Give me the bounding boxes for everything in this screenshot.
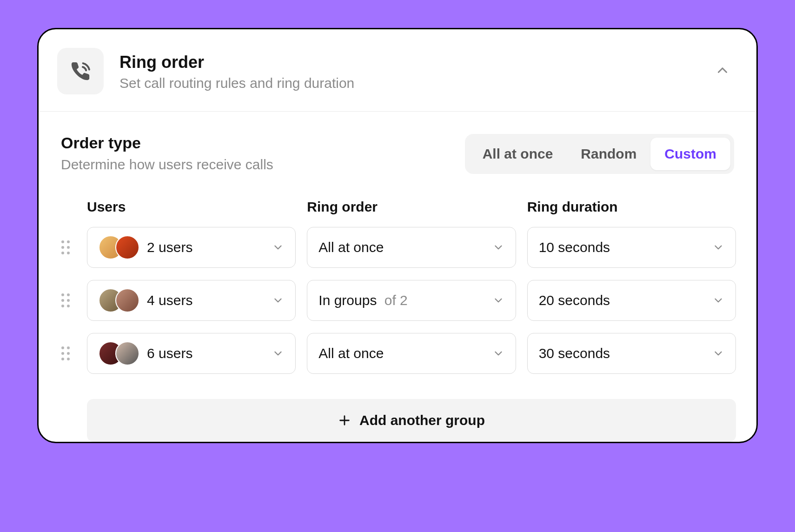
- avatar: [115, 288, 139, 313]
- order-type-subtitle: Determine how users receive calls: [61, 157, 273, 173]
- users-label: 6 users: [147, 346, 272, 361]
- order-type-title: Order type: [61, 134, 273, 152]
- avatar: [115, 341, 139, 366]
- drag-handle-icon[interactable]: [59, 344, 72, 363]
- ring-duration-select[interactable]: 30 seconds: [527, 333, 736, 374]
- chevron-down-icon: [492, 347, 504, 359]
- ring-order-card: Ring order Set call routing rules and ri…: [37, 28, 758, 443]
- chevron-down-icon: [492, 241, 504, 253]
- ring-order-label: All at once: [318, 239, 492, 255]
- header-subtitle: Set call routing rules and ring duration: [119, 75, 715, 91]
- plus-icon: [338, 414, 351, 427]
- avatar-group: [99, 341, 139, 366]
- ring-order-select[interactable]: All at once: [307, 333, 516, 374]
- chevron-down-icon: [712, 241, 724, 253]
- chevron-down-icon: [712, 294, 724, 306]
- chevron-down-icon: [712, 347, 724, 359]
- users-select[interactable]: 4 users: [87, 280, 296, 321]
- users-label: 2 users: [147, 239, 272, 255]
- ring-duration-select[interactable]: 20 seconds: [527, 280, 736, 321]
- order-type-segmented: All at once Random Custom: [465, 134, 734, 174]
- ring-duration-label: 10 seconds: [539, 239, 712, 255]
- order-type-custom[interactable]: Custom: [650, 138, 730, 170]
- phone-icon: [57, 48, 104, 94]
- col-header-users: Users: [87, 199, 296, 215]
- drag-handle-icon[interactable]: [59, 238, 72, 257]
- users-select[interactable]: 2 users: [87, 227, 296, 268]
- add-another-group-button[interactable]: Add another group: [87, 399, 736, 442]
- chevron-down-icon: [272, 294, 284, 306]
- order-type-random[interactable]: Random: [567, 138, 650, 170]
- chevron-down-icon: [272, 241, 284, 253]
- users-label: 4 users: [147, 293, 272, 308]
- avatar-group: [99, 235, 139, 259]
- ring-duration-label: 20 seconds: [539, 293, 712, 308]
- ring-order-label: All at once: [318, 346, 492, 361]
- avatar: [115, 235, 139, 259]
- ring-duration-select[interactable]: 10 seconds: [527, 227, 736, 268]
- ring-duration-label: 30 seconds: [539, 346, 712, 361]
- order-type-all-at-once[interactable]: All at once: [469, 138, 567, 170]
- header-title: Ring order: [119, 52, 715, 73]
- chevron-down-icon: [272, 347, 284, 359]
- ring-order-select[interactable]: All at once: [307, 227, 516, 268]
- ring-order-label: In groups of 2: [318, 293, 492, 308]
- ring-order-select[interactable]: In groups of 2: [307, 280, 516, 321]
- order-type-row: Order type Determine how users receive c…: [59, 134, 736, 174]
- groups-grid: Users Ring order Ring duration 2 users A…: [59, 199, 736, 442]
- avatar-group: [99, 288, 139, 313]
- card-header: Ring order Set call routing rules and ri…: [39, 29, 756, 112]
- users-select[interactable]: 6 users: [87, 333, 296, 374]
- collapse-toggle[interactable]: [715, 62, 730, 80]
- drag-handle-icon[interactable]: [59, 291, 72, 310]
- add-button-label: Add another group: [359, 412, 485, 428]
- col-header-ring-duration: Ring duration: [527, 199, 736, 215]
- chevron-down-icon: [492, 294, 504, 306]
- col-header-ring-order: Ring order: [307, 199, 516, 215]
